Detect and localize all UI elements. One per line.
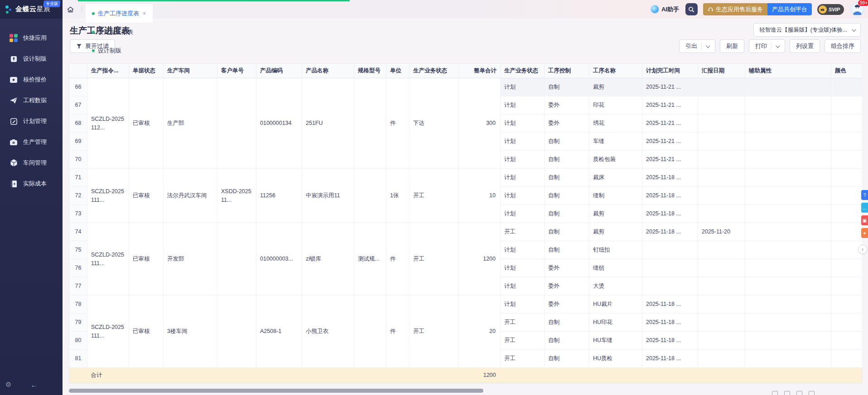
column-header[interactable]: 汇报日期 (698, 64, 745, 78)
column-header[interactable]: 辅助属性 (745, 64, 831, 78)
row-number-cell: 74 (69, 223, 87, 241)
sidebar-item-工程数据[interactable]: 工程数据 (0, 90, 63, 111)
expand-helper-chevron[interactable]: › (858, 245, 867, 254)
toolbar: 引出刷新打印列设置组合排序 (679, 39, 861, 53)
environment-selector[interactable]: 轻智造云【服装版】(专业版)体验... (753, 23, 861, 37)
product-code-cell: 11256 (256, 169, 302, 223)
process-progress-table: 生产指令...单据状态生产车间客户单号产品编码产品名称规格型号单位生产业务状态整… (69, 63, 862, 383)
column-header[interactable]: 整单合计 (459, 64, 501, 78)
aux-attr-cell (745, 350, 831, 368)
打印-button[interactable]: 打印 (749, 39, 785, 53)
column-header[interactable]: 工序控制 (545, 64, 589, 78)
proc-control-cell: 自制 (545, 187, 589, 205)
report-date-cell (698, 151, 745, 169)
home-button[interactable] (63, 0, 78, 19)
table-row[interactable]: 66SCZLD-2025112...已审核生产部0100000134251FU件… (69, 78, 863, 96)
apps-icon (9, 33, 18, 43)
列设置-button[interactable]: 列设置 (790, 39, 820, 53)
report-date-cell: 2025-11-20 (698, 223, 745, 241)
pricing-icon (9, 75, 18, 84)
column-header[interactable]: 单位 (386, 64, 410, 78)
report-date-cell (698, 169, 745, 187)
table-row[interactable]: 78SCZLD-2025111...已审核3楼车间A2508-1小熊卫衣件开工2… (69, 295, 863, 314)
report-date-cell (698, 241, 745, 259)
workshop-cell: 法尔丹武汉车间 (164, 169, 217, 223)
sidebar-item-实际成本[interactable]: 实际成本 (0, 173, 63, 194)
proc-control-cell: 自制 (545, 241, 589, 259)
footer-spacer (129, 368, 459, 383)
chevron-down-icon[interactable] (776, 43, 780, 48)
plan-finish-cell (642, 241, 698, 259)
order-number-cell: SCZLD-2025111... (87, 223, 129, 295)
sidebar-item-计划管理[interactable]: 计划管理 (0, 111, 63, 132)
引出-button[interactable]: 引出 (679, 39, 715, 53)
proc-biz-status-cell: 开工 (501, 223, 545, 241)
horizontal-scrollbar (69, 388, 862, 393)
column-header[interactable]: 生产业务状态 (501, 64, 545, 78)
column-header[interactable]: 计划完工时间 (642, 64, 698, 78)
proc-name-cell: 钉纽扣 (589, 241, 642, 259)
column-header[interactable]: 产品名称 (302, 64, 354, 78)
row-number-cell: 75 (69, 241, 87, 259)
close-tab-icon[interactable]: × (143, 10, 146, 17)
column-header[interactable]: 生产指令... (87, 64, 129, 78)
ai-assistant-button[interactable]: AI助手 (651, 5, 679, 14)
plan-finish-cell: 2025-11-18 ... (642, 295, 698, 314)
report-date-cell (698, 314, 745, 332)
color-cell (831, 332, 863, 350)
table-row[interactable]: 74SCZLD-2025111...已审核开发部010000003...zl锁库… (69, 223, 863, 241)
row-number-cell: 77 (69, 277, 87, 295)
collapse-sidebar-icon[interactable]: ← (30, 381, 37, 389)
svip-button[interactable]: SVIP (817, 4, 844, 15)
column-header[interactable]: 规格型号 (354, 64, 386, 78)
组合排序-button[interactable]: 组合排序 (825, 39, 861, 53)
ai-assistant-icon (651, 5, 659, 13)
column-header[interactable]: 客户单号 (217, 64, 256, 78)
column-header[interactable] (69, 64, 87, 78)
plan-finish-cell: 2025-11-21 ... (642, 151, 698, 169)
chevron-down-icon[interactable] (706, 43, 710, 48)
sidebar-item-设计制版[interactable]: 设计制版 (0, 48, 63, 69)
column-header[interactable]: 生产车间 (164, 64, 217, 78)
report-date-cell (698, 78, 745, 96)
global-search-button[interactable] (685, 3, 698, 15)
promo-icon[interactable]: ✦ (861, 228, 868, 238)
pagination-controls[interactable] (772, 391, 815, 395)
plan-finish-cell (642, 259, 698, 277)
proc-name-cell: 车缝 (589, 133, 642, 151)
column-header[interactable]: 产品编码 (256, 64, 302, 78)
proc-biz-status-cell: 计划 (501, 259, 545, 277)
column-header[interactable]: 单据状态 (129, 64, 164, 78)
tab-生产工序进度表[interactable]: 生产工序进度表× (86, 4, 153, 23)
tab-dot-icon (92, 12, 95, 15)
chat-icon[interactable]: … (861, 203, 868, 213)
customer-order-cell (217, 223, 256, 295)
horizontal-scrollbar-thumb[interactable] (69, 389, 483, 393)
settings-gear-icon[interactable]: ⚙ (5, 381, 11, 389)
sidebar-item-生产管理[interactable]: 生产管理 (0, 132, 63, 152)
spec-model-cell: 测试规... (354, 223, 386, 295)
column-header[interactable]: 生产业务状态 (410, 64, 459, 78)
column-header[interactable]: 颜色 (831, 64, 863, 78)
app-center-icon[interactable]: ▣ (861, 215, 868, 225)
search-icon (688, 6, 694, 13)
proc-biz-status-cell: 计划 (501, 169, 545, 187)
sidebar-item-核价报价[interactable]: 核价报价 (0, 69, 63, 90)
proc-biz-status-cell: 计划 (501, 205, 545, 223)
column-header[interactable]: 工序名称 (589, 64, 642, 78)
table-row[interactable]: 71SCZLD-2025111...已审核法尔丹武汉车间XSDD-202511.… (69, 169, 863, 187)
sidebar-item-快捷应用[interactable]: 快捷应用 (0, 28, 63, 48)
brand-logo[interactable]: 金蝶云星辰 专业版 (0, 0, 63, 19)
plan-finish-cell: 2025-11-18 ... (642, 350, 698, 368)
help-icon[interactable]: ? (861, 190, 868, 200)
row-number-cell: 69 (69, 133, 87, 151)
after-sales-service-button[interactable]: 生态应用售后服务 (703, 3, 767, 15)
co-creation-platform-button[interactable]: 产品共创平台 (767, 3, 812, 15)
proc-name-cell: HU裁片 (589, 295, 642, 314)
row-number-cell: 72 (69, 187, 87, 205)
tab-设计制版列表[interactable]: 设计制版列表 (86, 23, 153, 41)
customer-order-cell: XSDD-202511... (217, 169, 256, 223)
tab-设计制版[interactable]: 设计制版 (86, 41, 153, 60)
sidebar-item-车间管理[interactable]: 车间管理 (0, 152, 63, 173)
刷新-button[interactable]: 刷新 (720, 39, 744, 53)
